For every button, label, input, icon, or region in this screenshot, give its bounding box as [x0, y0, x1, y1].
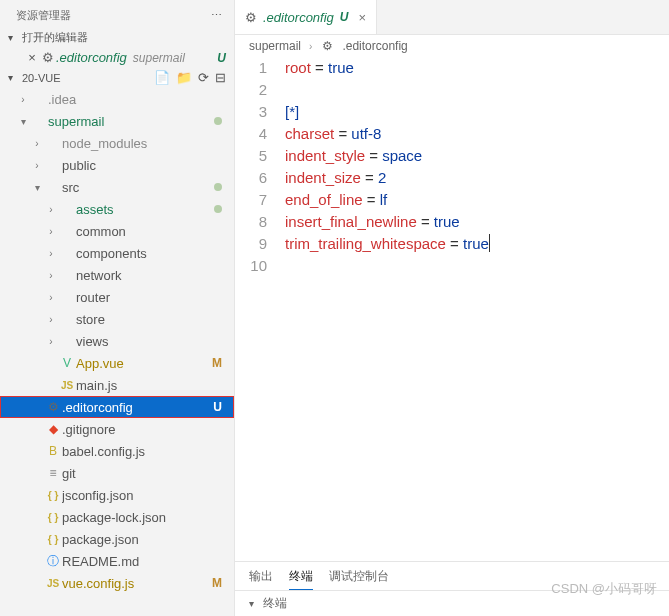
tab-filename: .editorconfig	[263, 10, 334, 25]
tree-file-README-md[interactable]: ⓘREADME.md	[0, 550, 234, 572]
tree-file--editorconfig[interactable]: ⚙.editorconfigU	[0, 396, 234, 418]
tree-file-package-json[interactable]: { }package.json	[0, 528, 234, 550]
tree-file-App-vue[interactable]: VApp.vueM	[0, 352, 234, 374]
git-icon: ◆	[44, 422, 62, 436]
git-badge: U	[213, 400, 222, 414]
tab-bar: ⚙ .editorconfig U ×	[235, 0, 669, 35]
tree-label: store	[76, 312, 222, 327]
editor-tab[interactable]: ⚙ .editorconfig U ×	[235, 0, 377, 34]
open-editor-badge: U	[217, 51, 226, 65]
git-badge: M	[212, 356, 222, 370]
open-editor-item[interactable]: × ⚙ .editorconfig supermail U	[0, 48, 234, 67]
tree-file-vue-config-js[interactable]: JSvue.config.jsM	[0, 572, 234, 594]
tree-folder-network[interactable]: ›network	[0, 264, 234, 286]
chevron-icon: ▾	[30, 182, 44, 193]
json-icon: { }	[44, 512, 62, 523]
text-cursor	[489, 234, 490, 252]
tree-folder-router[interactable]: ›router	[0, 286, 234, 308]
babel-icon: B	[44, 444, 62, 458]
panel-tab-0[interactable]: 输出	[249, 568, 273, 590]
explorer-sidebar: 资源管理器 ⋯ ▾ 打开的编辑器 × ⚙ .editorconfig super…	[0, 0, 235, 616]
newfile-icon[interactable]: 📄	[154, 70, 170, 85]
status-dot	[214, 183, 222, 191]
file-tree: ›.idea▾supermail›node_modules›public▾src…	[0, 88, 234, 616]
newfolder-icon[interactable]: 📁	[176, 70, 192, 85]
tree-file--gitignore[interactable]: ◆.gitignore	[0, 418, 234, 440]
project-header[interactable]: ▾ 20-VUE 📄 📁 ⟳ ⊟	[0, 67, 234, 88]
project-label: 20-VUE	[22, 72, 154, 84]
lines-icon: ≡	[44, 466, 62, 480]
terminal-label: 终端	[263, 595, 287, 612]
panel-tab-2[interactable]: 调试控制台	[329, 568, 389, 590]
explorer-title: 资源管理器	[16, 8, 71, 23]
chevron-right-icon: ›	[309, 41, 312, 52]
explorer-more-icon[interactable]: ⋯	[211, 9, 222, 22]
tab-badge: U	[340, 10, 349, 24]
close-icon[interactable]: ×	[359, 10, 367, 25]
tree-folder--idea[interactable]: ›.idea	[0, 88, 234, 110]
breadcrumb-dir[interactable]: supermail	[249, 39, 301, 53]
gear-icon: ⚙	[44, 400, 62, 414]
json-icon: { }	[44, 534, 62, 545]
info-icon: ⓘ	[44, 553, 62, 570]
tree-label: main.js	[76, 378, 222, 393]
chevron-icon: ›	[44, 270, 58, 281]
tree-folder-supermail[interactable]: ▾supermail	[0, 110, 234, 132]
tree-folder-store[interactable]: ›store	[0, 308, 234, 330]
tree-file-main-js[interactable]: JSmain.js	[0, 374, 234, 396]
tree-file-babel-config-js[interactable]: Bbabel.config.js	[0, 440, 234, 462]
collapse-icon[interactable]: ⊟	[215, 70, 226, 85]
tree-label: supermail	[48, 114, 214, 129]
tree-folder-node_modules[interactable]: ›node_modules	[0, 132, 234, 154]
gear-icon: ⚙	[320, 39, 334, 53]
open-editor-dir: supermail	[133, 51, 185, 65]
terminal-header[interactable]: ▾ 终端	[235, 590, 669, 616]
panel-tab-1[interactable]: 终端	[289, 568, 313, 590]
git-badge: M	[212, 576, 222, 590]
chevron-icon: ▾	[16, 116, 30, 127]
code-editor[interactable]: 12345678910 root = true [*]charset = utf…	[235, 57, 669, 561]
tree-label: .editorconfig	[62, 400, 213, 415]
chevron-icon: ›	[44, 292, 58, 303]
open-editors-label: 打开的编辑器	[22, 30, 226, 45]
chevron-icon: ›	[44, 204, 58, 215]
open-editors-header[interactable]: ▾ 打开的编辑器	[0, 27, 234, 48]
tree-folder-public[interactable]: ›public	[0, 154, 234, 176]
js-icon: JS	[44, 578, 62, 589]
code-content[interactable]: root = true [*]charset = utf-8indent_sty…	[285, 57, 669, 561]
chevron-icon: ›	[44, 314, 58, 325]
tree-folder-views[interactable]: ›views	[0, 330, 234, 352]
json-icon: { }	[44, 490, 62, 501]
chevron-icon: ›	[16, 94, 30, 105]
tree-folder-assets[interactable]: ›assets	[0, 198, 234, 220]
status-dot	[214, 205, 222, 213]
chevron-icon: ›	[44, 336, 58, 347]
tree-label: vue.config.js	[62, 576, 212, 591]
gear-icon: ⚙	[245, 10, 257, 25]
tree-file-git[interactable]: ≡git	[0, 462, 234, 484]
tree-folder-common[interactable]: ›common	[0, 220, 234, 242]
tree-label: src	[62, 180, 214, 195]
chevron-down-icon: ▾	[8, 32, 22, 43]
tree-folder-components[interactable]: ›components	[0, 242, 234, 264]
tree-file-package-lock-json[interactable]: { }package-lock.json	[0, 506, 234, 528]
tree-label: package.json	[62, 532, 222, 547]
tree-file-jsconfig-json[interactable]: { }jsconfig.json	[0, 484, 234, 506]
close-icon[interactable]: ×	[24, 50, 40, 65]
tree-folder-src[interactable]: ▾src	[0, 176, 234, 198]
breadcrumb-file[interactable]: .editorconfig	[342, 39, 407, 53]
chevron-down-icon: ▾	[8, 72, 22, 83]
tree-label: router	[76, 290, 222, 305]
tree-label: .idea	[48, 92, 222, 107]
tree-label: App.vue	[76, 356, 212, 371]
refresh-icon[interactable]: ⟳	[198, 70, 209, 85]
chevron-down-icon: ▾	[249, 598, 263, 609]
tree-label: package-lock.json	[62, 510, 222, 525]
js-icon: JS	[58, 380, 76, 391]
chevron-icon: ›	[44, 248, 58, 259]
tree-label: assets	[76, 202, 214, 217]
breadcrumb[interactable]: supermail › ⚙ .editorconfig	[235, 35, 669, 57]
chevron-icon: ›	[30, 138, 44, 149]
status-dot	[214, 117, 222, 125]
tree-label: git	[62, 466, 222, 481]
